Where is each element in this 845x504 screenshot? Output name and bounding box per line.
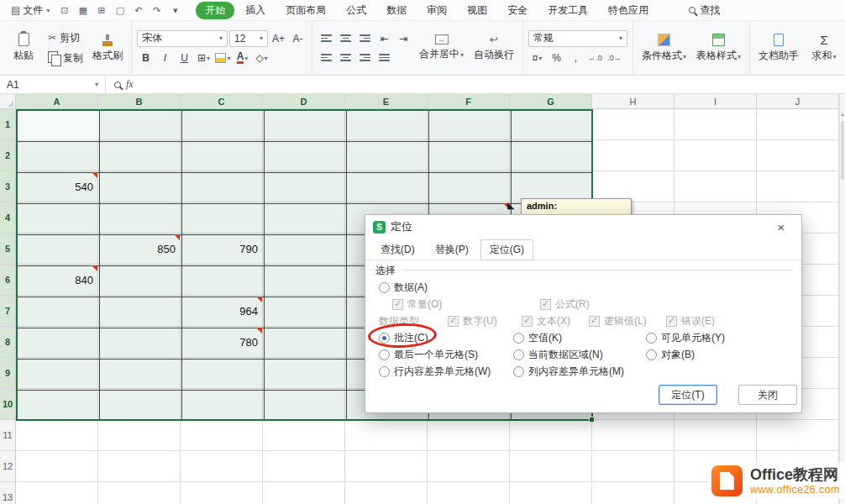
column-header-J[interactable]: J <box>757 94 839 109</box>
select-all-corner[interactable] <box>0 94 16 109</box>
borders-button[interactable]: ⊞▾ <box>195 50 213 66</box>
column-header-G[interactable]: G <box>510 94 592 109</box>
row-header-6[interactable]: 6 <box>0 265 16 296</box>
font-size-select[interactable]: 12 ▾ <box>229 30 268 47</box>
dialog-tab-0[interactable]: 查找(D) <box>372 240 423 260</box>
column-header-D[interactable]: D <box>263 94 345 109</box>
radio-objects[interactable]: 对象(B) <box>646 348 695 362</box>
find-button[interactable]: 查找 <box>689 3 720 18</box>
paste-button[interactable]: 粘贴 <box>5 31 42 65</box>
radio-last-cell[interactable]: 最后一个单元格(S) <box>379 348 478 362</box>
align-right-button[interactable] <box>356 50 374 66</box>
row-header-11[interactable]: 11 <box>0 420 16 451</box>
align-center-button[interactable] <box>337 50 354 66</box>
formula-input[interactable] <box>142 76 845 93</box>
name-box[interactable]: A1 ▾ <box>0 76 106 93</box>
menu-tab-4[interactable]: 数据 <box>377 2 416 19</box>
export-icon[interactable]: ▢ <box>112 3 128 18</box>
scroll-up-icon[interactable]: ▴ <box>840 111 845 117</box>
menu-tab-0[interactable]: 开始 <box>196 2 234 19</box>
column-header-B[interactable]: B <box>98 94 181 109</box>
menu-tab-9[interactable]: 特色应用 <box>599 2 658 19</box>
radio-visible-cells[interactable]: 可见单元格(Y) <box>646 331 725 345</box>
wrap-text-button[interactable]: ↩ 自动换行 <box>470 32 517 64</box>
percent-button[interactable]: % <box>548 50 565 66</box>
table-style-button[interactable]: 表格样式▾ <box>693 32 744 65</box>
column-header-A[interactable]: A <box>16 94 98 109</box>
dialog-close-icon[interactable]: × <box>769 218 794 236</box>
increase-decimal-button[interactable]: ←.0 <box>586 50 604 66</box>
zoom-icon[interactable] <box>114 81 121 88</box>
grow-font-button[interactable]: A+ <box>270 30 287 46</box>
increase-indent-button[interactable]: ⇥ <box>395 30 412 46</box>
redo-icon[interactable]: ↷ <box>149 3 165 18</box>
column-header-C[interactable]: C <box>181 94 263 109</box>
menu-tab-7[interactable]: 安全 <box>498 2 537 19</box>
currency-button[interactable]: ¤▾ <box>528 50 546 66</box>
close-button[interactable]: 关闭 <box>738 385 797 405</box>
row-header-10[interactable]: 10 <box>0 389 16 420</box>
file-menu[interactable]: ▤ 文件 ▾ <box>7 3 54 18</box>
justify-button[interactable] <box>375 50 393 66</box>
underline-button[interactable]: U <box>176 50 193 66</box>
row-header-5[interactable]: 5 <box>0 234 16 265</box>
column-header-F[interactable]: F <box>428 94 510 109</box>
cell-C5[interactable]: 790 <box>181 234 263 265</box>
shape-fill-button[interactable]: ◇▾ <box>253 50 270 66</box>
bold-button[interactable]: B <box>137 50 155 66</box>
print-preview-icon[interactable]: ⊞ <box>93 3 109 18</box>
row-header-2[interactable]: 2 <box>0 140 16 171</box>
column-header-I[interactable]: I <box>674 94 757 109</box>
thousand-separator-button[interactable]: , <box>567 50 585 66</box>
vertical-scrollbar[interactable]: ▴ <box>839 94 845 504</box>
merge-center-button[interactable]: ↔ 合并居中▾ <box>416 33 467 63</box>
cell-C8[interactable]: 780 <box>181 327 263 358</box>
font-color-button[interactable]: A▾ <box>234 50 251 66</box>
shrink-font-button[interactable]: A- <box>289 30 307 46</box>
italic-button[interactable]: I <box>156 50 174 66</box>
align-bottom-button[interactable] <box>356 30 374 46</box>
radio-data[interactable]: 数据(A) <box>379 281 428 295</box>
menu-tab-6[interactable]: 视图 <box>458 2 496 19</box>
copy-button[interactable]: 复制 <box>45 50 86 66</box>
menu-tab-3[interactable]: 公式 <box>337 2 375 19</box>
align-left-button[interactable] <box>318 50 335 66</box>
goto-button[interactable]: 定位(T) <box>659 385 717 405</box>
radio-col-differences[interactable]: 列内容差异单元格(M) <box>513 365 624 379</box>
cell-A6[interactable]: 840 <box>16 265 98 296</box>
save-icon[interactable]: ⊡ <box>56 3 72 18</box>
more-commands-icon[interactable]: ▾ <box>167 3 183 18</box>
doc-assistant-button[interactable]: 文档助手 <box>755 32 802 65</box>
fill-color-button[interactable]: ▾ <box>214 50 232 66</box>
font-name-select[interactable]: 宋体 ▾ <box>137 30 228 47</box>
cell-A3[interactable]: 540 <box>16 171 98 202</box>
cell-C7[interactable]: 964 <box>181 296 263 327</box>
row-header-13[interactable]: 13 <box>0 482 16 504</box>
sum-button[interactable]: Σ 求和▾ <box>806 32 842 65</box>
column-header-E[interactable]: E <box>345 94 428 109</box>
number-format-select[interactable]: 常规 ▾ <box>528 30 627 47</box>
row-header-12[interactable]: 12 <box>0 451 16 482</box>
dialog-tab-2[interactable]: 定位(G) <box>480 239 533 260</box>
menu-tab-5[interactable]: 审阅 <box>417 2 456 19</box>
radio-blanks[interactable]: 空值(K) <box>513 331 562 345</box>
row-header-8[interactable]: 8 <box>0 327 16 358</box>
menu-tab-8[interactable]: 开发工具 <box>538 2 597 19</box>
undo-icon[interactable]: ↶ <box>130 3 146 18</box>
align-middle-button[interactable] <box>337 30 354 46</box>
row-header-1[interactable]: 1 <box>0 109 16 140</box>
print-icon[interactable]: ▦ <box>75 3 91 18</box>
conditional-format-button[interactable]: 条件格式▾ <box>638 32 690 65</box>
format-painter-button[interactable]: 格式刷 <box>89 32 126 65</box>
menu-tab-2[interactable]: 页面布局 <box>276 2 335 19</box>
row-header-3[interactable]: 3 <box>0 171 16 202</box>
row-header-4[interactable]: 4 <box>0 202 16 234</box>
row-header-9[interactable]: 9 <box>0 358 16 389</box>
cut-button[interactable]: ✂ 剪切 <box>45 30 86 46</box>
scrollbar-thumb[interactable] <box>841 121 844 180</box>
radio-current-region[interactable]: 当前数据区域(N) <box>513 348 603 362</box>
column-header-H[interactable]: H <box>592 94 674 109</box>
radio-row-differences[interactable]: 行内容差异单元格(W) <box>379 365 491 379</box>
row-header-7[interactable]: 7 <box>0 296 16 327</box>
dialog-tab-1[interactable]: 替换(P) <box>427 240 477 260</box>
